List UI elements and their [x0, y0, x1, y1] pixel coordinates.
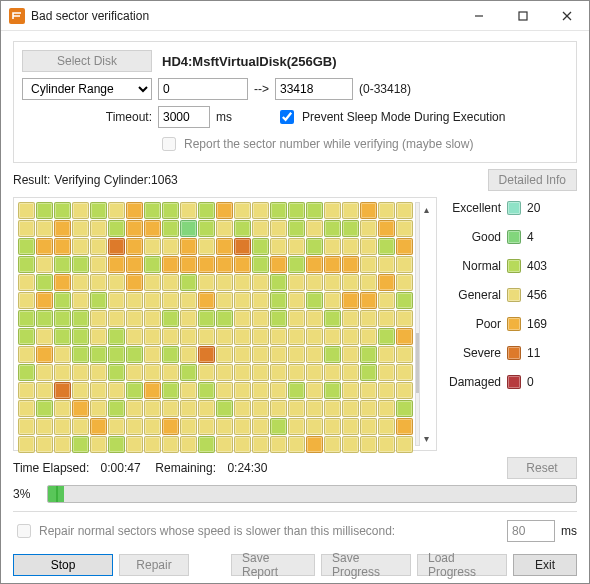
- sector-cell: [162, 346, 179, 363]
- sector-cell: [144, 382, 161, 399]
- legend-row-severe: Severe11: [447, 346, 577, 360]
- sector-cell: [72, 382, 89, 399]
- prevent-sleep-checkbox[interactable]: Prevent Sleep Mode During Execution: [276, 107, 505, 127]
- grid-scrollbar[interactable]: [415, 202, 420, 446]
- sector-cell: [36, 292, 53, 309]
- sector-cell: [126, 274, 143, 291]
- progress-bar: [47, 485, 577, 503]
- repair-ms-input[interactable]: [507, 520, 555, 542]
- sector-grid: ▴ ▾: [13, 197, 437, 451]
- sector-cell: [180, 202, 197, 219]
- sector-cell: [36, 220, 53, 237]
- sector-cell: [252, 238, 269, 255]
- sector-cell: [234, 220, 251, 237]
- sector-cell: [108, 418, 125, 435]
- sector-cell: [342, 418, 359, 435]
- sector-cell: [162, 418, 179, 435]
- sector-cell: [270, 238, 287, 255]
- sector-cell: [288, 238, 305, 255]
- sector-cell: [36, 310, 53, 327]
- sector-cell: [90, 328, 107, 345]
- timeout-input[interactable]: [158, 106, 210, 128]
- range-from-input[interactable]: [158, 78, 248, 100]
- detailed-info-button[interactable]: Detailed Info: [488, 169, 577, 191]
- legend: Excellent20Good4Normal403General456Poor1…: [443, 197, 577, 451]
- sector-cell: [270, 418, 287, 435]
- sector-cell: [126, 328, 143, 345]
- sector-cell: [360, 436, 377, 453]
- sector-cell: [324, 220, 341, 237]
- legend-row-normal: Normal403: [447, 259, 577, 273]
- sector-cell: [90, 364, 107, 381]
- repair-speed-label: Repair normal sectors whose speed is slo…: [39, 524, 395, 538]
- exit-button[interactable]: Exit: [513, 554, 577, 576]
- sector-cell: [270, 382, 287, 399]
- sector-cell: [18, 238, 35, 255]
- sector-cell: [126, 364, 143, 381]
- range-mode-select[interactable]: Cylinder Range: [22, 78, 152, 100]
- range-to-input[interactable]: [275, 78, 353, 100]
- sector-cell: [324, 292, 341, 309]
- maximize-button[interactable]: [501, 1, 545, 31]
- sector-cell: [90, 274, 107, 291]
- sector-cell: [162, 436, 179, 453]
- repair-button[interactable]: Repair: [119, 554, 189, 576]
- sector-cell: [378, 238, 395, 255]
- repair-speed-checkbox[interactable]: Repair normal sectors whose speed is slo…: [13, 521, 395, 541]
- sector-cell: [288, 400, 305, 417]
- scroll-up-icon[interactable]: ▴: [420, 204, 432, 215]
- stop-button[interactable]: Stop: [13, 554, 113, 576]
- sector-cell: [144, 238, 161, 255]
- sector-cell: [72, 364, 89, 381]
- save-progress-button[interactable]: Save Progress: [321, 554, 411, 576]
- legend-swatch: [507, 259, 521, 273]
- sector-cell: [324, 382, 341, 399]
- sector-cell: [342, 238, 359, 255]
- sector-cell: [90, 382, 107, 399]
- sector-cell: [378, 274, 395, 291]
- sector-cell: [324, 274, 341, 291]
- sector-cell: [342, 436, 359, 453]
- reset-button[interactable]: Reset: [507, 457, 577, 479]
- sector-cell: [360, 328, 377, 345]
- sector-cell: [144, 436, 161, 453]
- save-report-button[interactable]: Save Report: [231, 554, 315, 576]
- sector-cell: [198, 238, 215, 255]
- sector-cell: [144, 220, 161, 237]
- report-sector-checkbox[interactable]: Report the sector number while verifying…: [158, 134, 473, 154]
- sector-cell: [162, 364, 179, 381]
- sector-cell: [306, 418, 323, 435]
- sector-cell: [18, 418, 35, 435]
- sector-cell: [234, 364, 251, 381]
- sector-cell: [360, 310, 377, 327]
- scroll-down-icon[interactable]: ▾: [420, 433, 432, 444]
- sector-cell: [342, 364, 359, 381]
- sector-cell: [18, 274, 35, 291]
- sector-cell: [36, 256, 53, 273]
- sector-cell: [108, 292, 125, 309]
- sector-cell: [378, 220, 395, 237]
- sector-cell: [90, 436, 107, 453]
- legend-swatch: [507, 288, 521, 302]
- sector-cell: [288, 436, 305, 453]
- sector-cell: [36, 202, 53, 219]
- minimize-button[interactable]: [457, 1, 501, 31]
- sector-cell: [270, 328, 287, 345]
- select-disk-button[interactable]: Select Disk: [22, 50, 152, 72]
- sector-cell: [198, 436, 215, 453]
- sector-cell: [90, 346, 107, 363]
- close-button[interactable]: [545, 1, 589, 31]
- sector-cell: [108, 256, 125, 273]
- sector-cell: [126, 220, 143, 237]
- sector-cell: [378, 256, 395, 273]
- load-progress-button[interactable]: Load Progress: [417, 554, 507, 576]
- sector-cell: [72, 256, 89, 273]
- sector-cell: [198, 292, 215, 309]
- sector-cell: [270, 400, 287, 417]
- sector-cell: [144, 274, 161, 291]
- sector-cell: [270, 256, 287, 273]
- sector-cell: [378, 418, 395, 435]
- sector-cell: [360, 256, 377, 273]
- sector-cell: [324, 256, 341, 273]
- sector-cell: [198, 346, 215, 363]
